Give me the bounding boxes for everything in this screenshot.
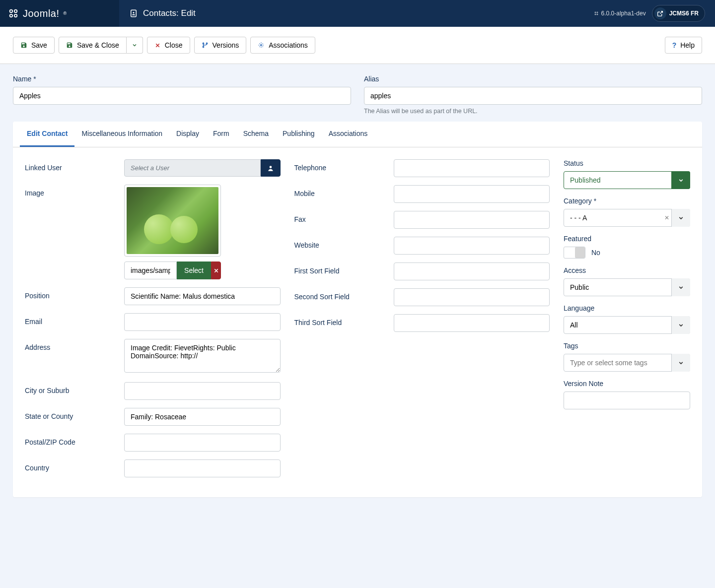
close-icon xyxy=(154,42,161,49)
svg-point-0 xyxy=(10,10,13,13)
country-label: Country xyxy=(25,459,124,472)
email-label: Email xyxy=(25,313,124,326)
form-sidebar: Status Published Category * - - - A ✕ Fe… xyxy=(564,159,690,485)
svg-point-10 xyxy=(203,43,204,44)
fax-label: Fax xyxy=(294,211,394,223)
close-button[interactable]: Close xyxy=(147,37,190,54)
tab-bar: Edit Contact Miscellaneous Information D… xyxy=(13,122,702,147)
svg-point-3 xyxy=(14,14,17,17)
image-select-button[interactable]: Select xyxy=(177,261,211,279)
name-input[interactable] xyxy=(13,87,351,105)
action-toolbar: Save Save & Close Close Versions Associa… xyxy=(0,27,715,64)
telephone-input[interactable] xyxy=(394,159,550,177)
svg-point-7 xyxy=(597,12,598,13)
third-sort-input[interactable] xyxy=(394,314,550,332)
mobile-input[interactable] xyxy=(394,185,550,203)
page-title: Edit xyxy=(181,8,196,18)
chevron-down-icon xyxy=(132,42,138,48)
title-fields: Name * Alias The Alias will be used as p… xyxy=(0,64,715,122)
page-title-prefix: Contacts: xyxy=(143,8,179,18)
access-label: Access xyxy=(564,266,586,274)
access-select[interactable]: Public xyxy=(564,278,690,296)
save-icon xyxy=(66,42,73,49)
country-input[interactable] xyxy=(124,459,281,477)
brand-area[interactable]: Joomla! ® xyxy=(0,0,119,27)
svg-point-5 xyxy=(133,12,135,13)
featured-toggle[interactable] xyxy=(564,247,585,259)
website-input[interactable] xyxy=(394,237,550,255)
versions-button[interactable]: Versions xyxy=(194,37,247,54)
tab-edit-contact[interactable]: Edit Contact xyxy=(20,122,74,147)
version-link[interactable]: 6.0.0-alpha1-dev xyxy=(593,10,646,17)
svg-point-1 xyxy=(14,10,17,13)
mobile-label: Mobile xyxy=(294,185,394,197)
address-label: Address xyxy=(25,339,124,351)
joomla-logo-icon xyxy=(8,8,19,19)
website-label: Website xyxy=(294,237,394,249)
first-sort-label: First Sort Field xyxy=(294,262,394,275)
fax-input[interactable] xyxy=(394,211,550,229)
position-input[interactable] xyxy=(124,287,281,305)
language-select[interactable]: All xyxy=(564,316,690,334)
image-preview xyxy=(124,185,221,257)
address-textarea[interactable]: Image Credit: FievetRights: Public Domai… xyxy=(124,339,281,373)
external-link-icon xyxy=(657,10,663,17)
tab-publishing[interactable]: Publishing xyxy=(276,122,322,147)
question-icon: ? xyxy=(672,41,677,49)
image-path-input[interactable] xyxy=(124,261,177,279)
position-label: Position xyxy=(25,287,124,300)
image-clear-button[interactable] xyxy=(211,261,221,279)
brand-text: Joomla! xyxy=(23,8,60,19)
category-label: Category * xyxy=(564,197,596,205)
email-input[interactable] xyxy=(124,313,281,331)
tags-input[interactable] xyxy=(564,354,690,372)
user-icon xyxy=(267,165,274,172)
category-select[interactable]: - - - A ✕ xyxy=(564,209,690,227)
save-button[interactable]: Save xyxy=(13,37,55,54)
select-user-button[interactable] xyxy=(261,159,281,177)
telephone-label: Telephone xyxy=(294,159,394,172)
tab-display[interactable]: Display xyxy=(169,122,206,147)
form-column-1: Linked User Select a User Image xyxy=(25,159,281,485)
version-note-label: Version Note xyxy=(564,380,603,388)
featured-label: Featured xyxy=(564,235,591,243)
featured-state: No xyxy=(591,249,600,257)
save-dropdown-button[interactable] xyxy=(127,37,143,54)
second-sort-label: Second Sort Field xyxy=(294,288,394,301)
svg-point-11 xyxy=(203,46,204,47)
first-sort-input[interactable] xyxy=(394,262,550,280)
alias-hint: The Alias will be used as part of the UR… xyxy=(364,108,702,115)
help-button[interactable]: ? Help xyxy=(665,37,702,54)
linked-user-label: Linked User xyxy=(25,159,124,172)
save-close-button[interactable]: Save & Close xyxy=(59,37,127,54)
city-label: City or Suburb xyxy=(25,382,124,394)
user-menu[interactable]: JCMS6 FR xyxy=(652,5,705,22)
image-label: Image xyxy=(25,185,124,197)
status-select[interactable]: Published xyxy=(564,171,690,189)
associations-button[interactable]: Associations xyxy=(250,37,315,54)
tab-form[interactable]: Form xyxy=(206,122,236,147)
branch-icon xyxy=(202,42,209,49)
associations-icon xyxy=(258,42,265,49)
city-input[interactable] xyxy=(124,382,281,400)
language-label: Language xyxy=(564,304,594,312)
tags-select[interactable] xyxy=(564,354,690,372)
state-input[interactable] xyxy=(124,408,281,426)
linked-user-display: Select a User xyxy=(124,159,261,177)
tab-misc-info[interactable]: Miscellaneous Information xyxy=(74,122,169,147)
admin-header: Joomla! ® Contacts: Edit 6.0.0-alpha1-de… xyxy=(0,0,715,27)
close-icon xyxy=(213,267,219,274)
tab-schema[interactable]: Schema xyxy=(236,122,276,147)
category-clear-icon[interactable]: ✕ xyxy=(664,214,669,221)
second-sort-input[interactable] xyxy=(394,288,550,306)
tab-associations[interactable]: Associations xyxy=(322,122,375,147)
name-label: Name * xyxy=(13,75,351,83)
svg-point-12 xyxy=(206,43,207,44)
svg-point-8 xyxy=(595,14,596,15)
alias-input[interactable] xyxy=(364,87,702,105)
svg-point-6 xyxy=(595,12,596,13)
postal-input[interactable] xyxy=(124,434,281,452)
svg-point-13 xyxy=(269,166,272,168)
joomla-small-icon xyxy=(593,10,599,16)
version-note-input[interactable] xyxy=(564,392,690,409)
